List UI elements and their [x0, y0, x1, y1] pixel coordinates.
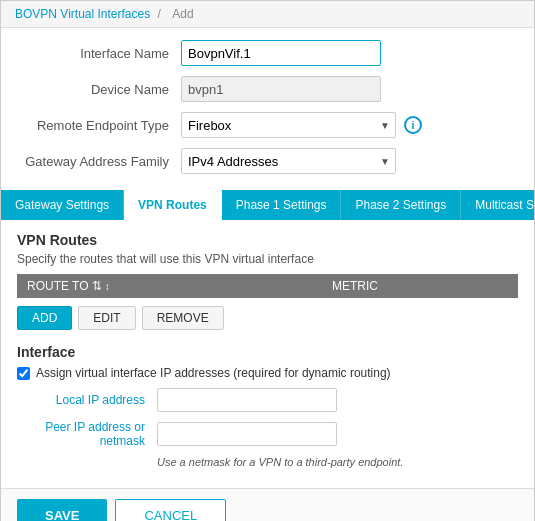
gateway-address-select-wrapper: IPv4 Addresses IPv6 Addresses ▼: [181, 148, 396, 174]
peer-ip-input[interactable]: [157, 422, 337, 446]
peer-ip-row: Peer IP address or netmask: [17, 420, 518, 448]
remove-button[interactable]: REMOVE: [142, 306, 224, 330]
form-section: Interface Name Device Name Remote Endpoi…: [1, 28, 534, 190]
breadcrumb-current: Add: [172, 7, 193, 21]
info-icon[interactable]: i: [404, 116, 422, 134]
remote-endpoint-select[interactable]: Firebox Cloud VPN or Third-Party Gateway: [181, 112, 396, 138]
assign-ip-checkbox[interactable]: [17, 367, 30, 380]
gateway-address-select[interactable]: IPv4 Addresses IPv6 Addresses: [181, 148, 396, 174]
cancel-button[interactable]: CANCEL: [115, 499, 226, 521]
breadcrumb-parent-link[interactable]: BOVPN Virtual Interfaces: [15, 7, 150, 21]
device-name-row: Device Name: [21, 76, 514, 102]
add-button[interactable]: ADD: [17, 306, 72, 330]
vpn-routes-table: ROUTE TO ⇅ METRIC: [17, 274, 518, 298]
peer-ip-label: Peer IP address or netmask: [17, 420, 157, 448]
gateway-address-label: Gateway Address Family: [21, 154, 181, 169]
device-name-input[interactable]: [181, 76, 381, 102]
interface-name-input[interactable]: [181, 40, 381, 66]
vpn-routes-desc: Specify the routes that will use this VP…: [17, 252, 518, 266]
col-metric: METRIC: [322, 274, 518, 298]
page-wrapper: BOVPN Virtual Interfaces / Add Interface…: [0, 0, 535, 521]
interface-name-row: Interface Name: [21, 40, 514, 66]
action-buttons: ADD EDIT REMOVE: [17, 306, 518, 330]
interface-title: Interface: [17, 344, 518, 360]
tab-phase1-settings[interactable]: Phase 1 Settings: [222, 190, 342, 220]
tab-multicast-settings[interactable]: Multicast Settings: [461, 190, 535, 220]
edit-button[interactable]: EDIT: [78, 306, 135, 330]
local-ip-input[interactable]: [157, 388, 337, 412]
gateway-address-row: Gateway Address Family IPv4 Addresses IP…: [21, 148, 514, 174]
device-name-label: Device Name: [21, 82, 181, 97]
breadcrumb-separator: /: [158, 7, 161, 21]
save-button[interactable]: SAVE: [17, 499, 107, 521]
remote-endpoint-select-wrapper: Firebox Cloud VPN or Third-Party Gateway…: [181, 112, 396, 138]
remote-endpoint-row: Remote Endpoint Type Firebox Cloud VPN o…: [21, 112, 514, 138]
local-ip-row: Local IP address: [17, 388, 518, 412]
tab-gateway-settings[interactable]: Gateway Settings: [1, 190, 124, 220]
tabs-bar: Gateway Settings VPN Routes Phase 1 Sett…: [1, 190, 534, 220]
hint-text: Use a netmask for a VPN to a third-party…: [157, 456, 518, 468]
assign-ip-row: Assign virtual interface IP addresses (r…: [17, 366, 518, 380]
tab-phase2-settings[interactable]: Phase 2 Settings: [341, 190, 461, 220]
breadcrumb: BOVPN Virtual Interfaces / Add: [1, 1, 534, 28]
assign-ip-label: Assign virtual interface IP addresses (r…: [36, 366, 391, 380]
interface-name-label: Interface Name: [21, 46, 181, 61]
vpn-routes-title: VPN Routes: [17, 232, 518, 248]
content-area: VPN Routes Specify the routes that will …: [1, 220, 534, 488]
remote-endpoint-label: Remote Endpoint Type: [21, 118, 181, 133]
col-route-to: ROUTE TO ⇅: [17, 274, 322, 298]
local-ip-label: Local IP address: [17, 393, 157, 407]
footer-buttons: SAVE CANCEL: [1, 488, 534, 521]
interface-section: Interface Assign virtual interface IP ad…: [17, 344, 518, 468]
tab-vpn-routes[interactable]: VPN Routes: [124, 190, 222, 220]
